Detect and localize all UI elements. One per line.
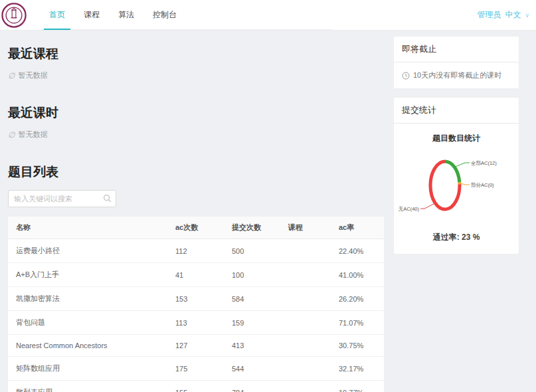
tab-console[interactable]: 控制台 xyxy=(143,0,186,29)
submission-stats-card: 提交统计 题目数目统计 全部AC(12) 部分AC(0) 无AC( xyxy=(393,97,519,254)
cell-ac-count: 41 xyxy=(167,263,224,287)
cell-ac-count: 155 xyxy=(167,381,224,392)
cell-problem-name[interactable]: 运费最小路径 xyxy=(8,239,167,263)
cell-submit-count: 159 xyxy=(224,311,280,335)
problem-table-body: 运费最小路径 112 500 22.40% A+B入门上手 41 100 41.… xyxy=(8,239,384,392)
cell-ac-rate: 22.40% xyxy=(331,239,384,263)
table-row[interactable]: 矩阵数组应用 175 544 32.17% xyxy=(8,357,384,381)
empty-data-icon: ∅ xyxy=(8,130,15,140)
slice-full-ac xyxy=(445,161,460,183)
main-nav-tabs: 首页 课程 算法 控制台 xyxy=(40,0,332,30)
svg-text:◦: ◦ xyxy=(20,22,21,25)
cell-submit-count: 500 xyxy=(224,239,280,263)
cell-submit-count: 100 xyxy=(224,263,280,287)
col-course: 课程 xyxy=(280,217,331,239)
ac-donut-chart[interactable]: 全部AC(12) 部分AC(0) 无AC(40) xyxy=(398,147,516,228)
cell-ac-rate: 19.77% xyxy=(331,381,384,392)
university-seal-logo[interactable]: ◦◦◦ ◦◦ ◦◦◦◦ xyxy=(1,3,27,28)
problem-table: 名称 ac次数 提交次数 课程 ac率 运费最小路径 112 500 22.40… xyxy=(8,217,384,392)
problem-list-title: 题目列表 xyxy=(8,163,384,181)
cell-ac-rate: 26.20% xyxy=(331,287,384,311)
cell-course xyxy=(280,287,331,311)
recent-lessons-empty: ∅ 暂无数据 xyxy=(8,130,384,140)
svg-text:◦: ◦ xyxy=(19,5,19,8)
deadline-empty-state: 10天内没有即将截止的课时 xyxy=(402,70,511,80)
label-no-ac: 无AC(40) xyxy=(399,206,420,212)
recent-lessons-title: 最近课时 xyxy=(8,104,384,122)
cell-problem-name[interactable]: A+B入门上手 xyxy=(8,263,167,287)
deadline-card-title: 即将截止 xyxy=(394,37,519,62)
col-submit-count: 提交次数 xyxy=(224,217,280,239)
main-column: 最近课程 ∅ 暂无数据 最近课时 ∅ 暂无数据 题目列表 名称 xyxy=(8,36,384,392)
empty-data-text: 暂无数据 xyxy=(18,70,47,80)
svg-text:◦: ◦ xyxy=(21,8,21,11)
recent-courses-empty: ∅ 暂无数据 xyxy=(8,70,384,80)
col-ac-rate: ac率 xyxy=(331,217,384,239)
page-content: 最近课程 ∅ 暂无数据 最近课时 ∅ 暂无数据 题目列表 名称 xyxy=(0,31,536,392)
cell-course xyxy=(280,311,331,335)
cell-problem-name[interactable]: 凯撒加密算法 xyxy=(8,287,167,311)
cell-ac-rate: 71.07% xyxy=(331,311,384,335)
svg-text:◦: ◦ xyxy=(15,3,15,6)
empty-data-text: 暂无数据 xyxy=(18,130,47,140)
search-input[interactable] xyxy=(8,190,116,207)
cell-ac-count: 153 xyxy=(167,287,224,311)
cell-problem-name[interactable]: 散列表应用 xyxy=(8,381,167,392)
table-row[interactable]: 散列表应用 155 784 19.77% xyxy=(8,381,384,392)
cell-ac-rate: 30.75% xyxy=(331,335,384,357)
chevron-down-icon: ∨ xyxy=(525,12,529,19)
cell-course xyxy=(280,335,331,357)
cell-problem-name[interactable]: 矩阵数组应用 xyxy=(8,357,167,381)
deadline-empty-text: 10天内没有即将截止的课时 xyxy=(413,70,501,80)
cell-course xyxy=(280,357,331,381)
chart-title: 题目数目统计 xyxy=(398,133,515,144)
cell-course xyxy=(280,239,331,263)
cell-ac-rate: 32.17% xyxy=(331,357,384,381)
cell-submit-count: 413 xyxy=(224,335,280,357)
stats-card-title: 提交统计 xyxy=(394,98,519,124)
cell-course xyxy=(280,263,331,287)
cell-ac-count: 112 xyxy=(167,239,224,263)
table-row[interactable]: 背包问题 113 159 71.07% xyxy=(8,311,384,335)
table-row[interactable]: 运费最小路径 112 500 22.40% xyxy=(8,239,384,263)
cell-ac-count: 113 xyxy=(167,311,224,335)
tab-courses[interactable]: 课程 xyxy=(74,0,109,29)
cell-ac-rate: 41.00% xyxy=(331,263,384,287)
table-row[interactable]: Nearest Common Ancestors 127 413 30.75% xyxy=(8,335,384,357)
deadline-card: 即将截止 10天内没有即将截止的课时 xyxy=(393,36,519,89)
svg-text:◦: ◦ xyxy=(10,4,11,7)
table-row[interactable]: A+B入门上手 41 100 41.00% xyxy=(8,263,384,287)
svg-text:◦: ◦ xyxy=(15,24,16,27)
table-row[interactable]: 凯撒加密算法 153 584 26.20% xyxy=(8,287,384,311)
user-role-label: 管理员 xyxy=(477,9,501,21)
user-menu[interactable]: 管理员 中文 ∨ xyxy=(477,0,529,30)
language-label: 中文 xyxy=(505,9,521,21)
clock-icon xyxy=(402,72,410,80)
pass-rate-text: 通过率: 23 % xyxy=(398,232,515,243)
sidebar: 即将截止 10天内没有即将截止的课时 提交统计 题目数目统计 xyxy=(393,36,519,392)
recent-courses-title: 最近课程 xyxy=(8,45,384,62)
col-name: 名称 xyxy=(8,217,167,239)
cell-submit-count: 584 xyxy=(224,287,280,311)
cell-ac-count: 127 xyxy=(167,335,224,357)
tab-home[interactable]: 首页 xyxy=(40,0,74,29)
svg-text:◦: ◦ xyxy=(7,22,7,25)
search-icon[interactable] xyxy=(103,194,112,203)
label-partial-ac: 部分AC(0) xyxy=(471,182,494,188)
empty-data-icon: ∅ xyxy=(8,71,15,80)
cell-course xyxy=(280,381,331,392)
cell-problem-name[interactable]: 背包问题 xyxy=(8,311,167,335)
cell-problem-name[interactable]: Nearest Common Ancestors xyxy=(8,335,167,357)
cell-submit-count: 784 xyxy=(224,381,280,392)
col-ac-count: ac次数 xyxy=(167,217,224,239)
cell-submit-count: 544 xyxy=(224,357,280,381)
cell-ac-count: 175 xyxy=(167,357,224,381)
table-header-row: 名称 ac次数 提交次数 课程 ac率 xyxy=(8,217,384,239)
svg-text:◦: ◦ xyxy=(11,24,11,27)
problem-search xyxy=(8,190,116,207)
top-nav-bar: ◦◦◦ ◦◦ ◦◦◦◦ 首页 课程 算法 控制台 管理员 中文 ∨ xyxy=(0,0,536,31)
label-full-ac: 全部AC(12) xyxy=(471,160,497,166)
svg-text:◦: ◦ xyxy=(7,5,7,8)
tab-algorithms[interactable]: 算法 xyxy=(109,0,143,29)
